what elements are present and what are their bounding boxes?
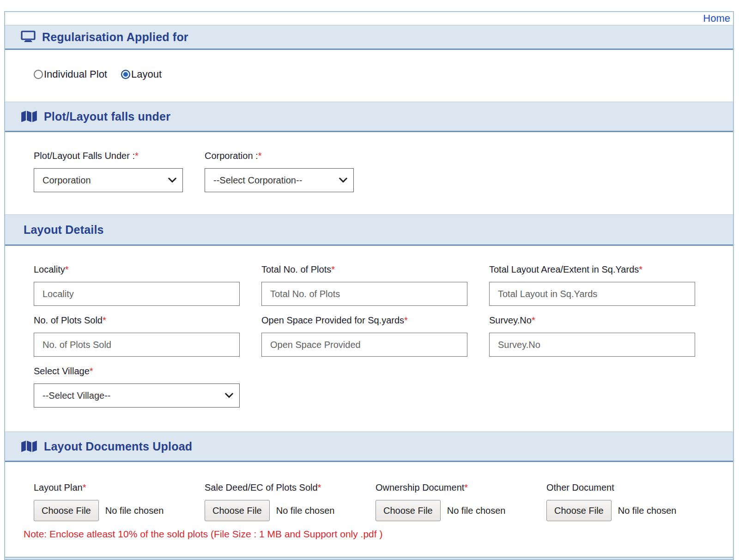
survey-no-input[interactable] [489, 333, 695, 357]
map-icon [21, 110, 37, 123]
total-layout-area-input[interactable] [489, 282, 695, 306]
required-asterisk: * [258, 151, 262, 161]
upload-other-document: Other Document Choose File No file chose… [546, 462, 703, 521]
field-select-village: Select Village* --Select Village-- [34, 357, 240, 408]
radio-layout-label: Layout [131, 68, 162, 80]
regularisation-body: Individual Plot Layout [5, 50, 733, 102]
home-link[interactable]: Home [703, 12, 730, 24]
section-header-regularisation: Regularisation Applied for [5, 25, 733, 50]
section-title-layout-details: Layout Details [24, 223, 104, 237]
upload-layout-plan: Layout Plan* Choose File No file chosen [34, 462, 191, 521]
field-survey-no: Survey.No* [489, 306, 695, 357]
field-label: Corporation :* [205, 150, 354, 162]
radio-individual-plot[interactable]: Individual Plot [34, 68, 107, 80]
field-label: Plot/Layout Falls Under :* [34, 150, 183, 162]
layout-details-body: Locality* Total No. of Plots* Total Layo… [5, 246, 733, 432]
field-label: Select Village* [34, 365, 240, 377]
radio-individual-plot-label: Individual Plot [44, 68, 107, 80]
section-title-documents: Layout Documents Upload [44, 440, 192, 453]
field-label: Other Document [546, 481, 703, 493]
required-asterisk: * [639, 264, 642, 274]
field-label: Layout Plan* [34, 481, 191, 493]
top-bar: Home [5, 12, 733, 25]
field-total-plots: Total No. of Plots* [261, 263, 467, 306]
upload-ownership-document: Ownership Document* Choose File No file … [376, 462, 533, 521]
required-asterisk: * [464, 482, 468, 493]
regularisation-radio-group: Individual Plot Layout [34, 68, 733, 80]
field-label: Locality* [34, 263, 240, 275]
required-asterisk: * [65, 264, 69, 274]
documents-body: Layout Plan* Choose File No file chosen … [5, 462, 733, 557]
upload-sale-deed: Sale Deed/EC of Plots Sold* Choose File … [205, 462, 362, 521]
field-corporation: Corporation :* --Select Corporation-- [205, 150, 354, 214]
required-asterisk: * [532, 315, 535, 325]
field-locality: Locality* [34, 263, 240, 306]
upload-note: Note: Enclose atleast 10% of the sold pl… [24, 529, 733, 540]
field-label: No. of Plots Sold* [34, 314, 240, 326]
map-icon [21, 439, 37, 453]
choose-file-button[interactable]: Choose File [205, 500, 270, 521]
required-asterisk: * [331, 264, 335, 274]
radio-individual-plot-circle[interactable] [34, 70, 43, 79]
plots-sold-input[interactable] [34, 333, 240, 357]
field-label: Ownership Document* [376, 481, 533, 493]
required-asterisk: * [83, 482, 86, 493]
field-label: Survey.No* [489, 314, 695, 326]
field-label: Open Space Provided for Sq.yards* [261, 314, 467, 326]
choose-file-button[interactable]: Choose File [546, 500, 612, 521]
file-status: No file chosen [276, 505, 335, 516]
village-select[interactable]: --Select Village-- [34, 383, 240, 408]
section-header-falls-under: Plot/Layout falls under [5, 102, 733, 132]
field-open-space: Open Space Provided for Sq.yards* [261, 306, 467, 357]
required-asterisk: * [404, 315, 408, 325]
radio-layout-circle[interactable] [121, 70, 130, 79]
radio-layout[interactable]: Layout [121, 68, 162, 80]
required-asterisk: * [103, 315, 106, 325]
section-title-regularisation: Regularisation Applied for [42, 30, 188, 44]
field-label: Total Layout Area/Extent in Sq.Yards* [489, 263, 695, 275]
required-asterisk: * [318, 482, 321, 493]
required-asterisk: * [135, 151, 139, 161]
open-space-input[interactable] [261, 333, 467, 357]
falls-under-body: Plot/Layout Falls Under :* Corporation C… [5, 132, 733, 214]
monitor-icon [21, 30, 36, 43]
falls-under-select[interactable]: Corporation [34, 168, 183, 192]
file-status: No file chosen [447, 505, 506, 516]
section-header-documents: Layout Documents Upload [5, 432, 733, 462]
field-label: Total No. of Plots* [261, 263, 467, 275]
section-header-layout-details: Layout Details [5, 214, 733, 246]
locality-input[interactable] [34, 282, 240, 306]
choose-file-button[interactable]: Choose File [376, 500, 441, 521]
form-container: Home Regularisation Applied for Individu… [4, 11, 734, 560]
choose-file-button[interactable]: Choose File [34, 500, 99, 521]
field-plots-sold: No. of Plots Sold* [34, 306, 240, 357]
field-label: Sale Deed/EC of Plots Sold* [205, 481, 362, 493]
file-status: No file chosen [618, 505, 677, 516]
required-asterisk: * [90, 366, 93, 376]
total-plots-input[interactable] [261, 282, 467, 306]
field-plot-layout-falls-under: Plot/Layout Falls Under :* Corporation [34, 150, 183, 214]
section-title-falls-under: Plot/Layout falls under [44, 110, 170, 123]
file-status: No file chosen [105, 505, 164, 516]
field-total-layout-area: Total Layout Area/Extent in Sq.Yards* [489, 263, 695, 306]
corporation-select[interactable]: --Select Corporation-- [205, 168, 354, 192]
bottom-section-band [5, 557, 733, 560]
